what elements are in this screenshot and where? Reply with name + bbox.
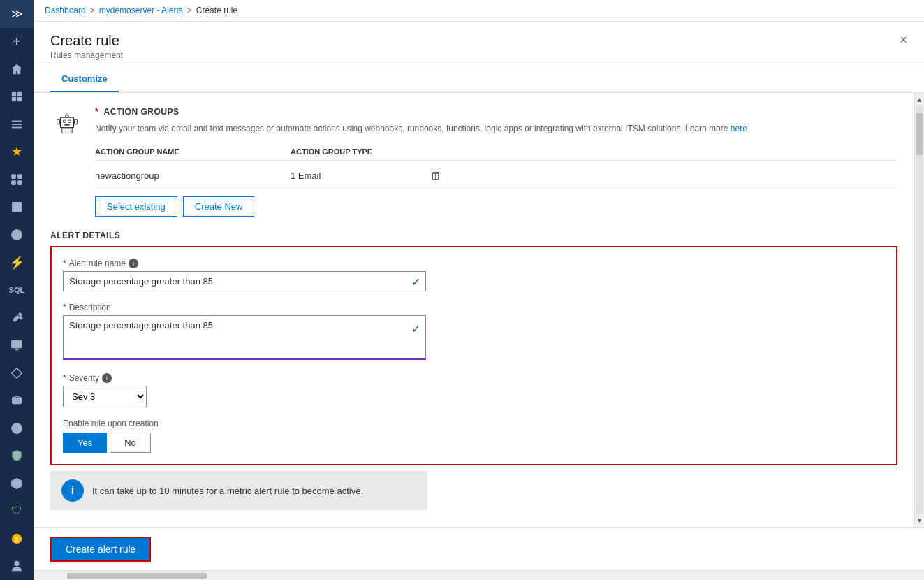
diamond-icon <box>10 367 23 379</box>
svg-marker-19 <box>12 368 22 377</box>
select-existing-button[interactable]: Select existing <box>95 196 177 217</box>
table-header: ACTION GROUP NAME ACTION GROUP TYPE <box>95 143 897 161</box>
req-star-sev: * <box>63 373 66 383</box>
svg-rect-2 <box>12 97 16 101</box>
alert-details-box: * Alert rule name i ✓ <box>50 246 897 465</box>
delete-button[interactable]: 🗑 <box>430 169 458 182</box>
svg-point-28 <box>14 561 19 566</box>
info-icon-severity[interactable]: i <box>102 373 112 383</box>
info-icon-name[interactable]: i <box>129 259 138 268</box>
globe-icon <box>10 229 23 241</box>
sidebar-item-plus[interactable]: + <box>0 28 34 56</box>
panel-title-group: Create rule Rules management <box>50 33 123 60</box>
bottom-scroll-thumb[interactable] <box>67 573 207 579</box>
sidebar-item-person[interactable] <box>0 553 34 580</box>
panel-body: * ACTION GROUPS Notify your team via ema… <box>34 93 914 527</box>
person-icon <box>10 560 23 572</box>
alert-rule-name-group: * Alert rule name i ✓ <box>63 259 885 291</box>
svg-rect-35 <box>57 119 60 124</box>
sidebar-item-grid[interactable] <box>0 83 34 111</box>
close-button[interactable]: × <box>900 33 907 48</box>
required-star: * <box>95 107 98 117</box>
tab-customize[interactable]: Customize <box>50 66 119 92</box>
create-alert-rule-button[interactable]: Create alert rule <box>50 537 151 562</box>
col-type-header: ACTION GROUP TYPE <box>291 147 430 156</box>
layers-icon <box>10 394 23 407</box>
severity-select[interactable]: Sev 0 Sev 1 Sev 2 Sev 3 Sev 4 <box>63 386 147 407</box>
action-group-name: newactiongroup <box>95 171 291 181</box>
sidebar-item-diamond[interactable] <box>0 359 34 387</box>
panel-title: Create rule <box>50 33 123 49</box>
enable-rule-group: Enable rule upon creation Yes No <box>63 419 885 453</box>
sidebar-item-bolt[interactable]: ⚡ <box>0 249 34 277</box>
menu-icon <box>10 118 23 131</box>
sidebar-item-globe[interactable] <box>0 221 34 249</box>
svg-rect-38 <box>68 128 73 133</box>
description-textarea[interactable]: Storage percentage greater than 85 <box>63 315 426 360</box>
breadcrumb-current: Create rule <box>196 6 237 15</box>
sidebar-item-arrows[interactable] <box>0 414 34 442</box>
breadcrumb-alerts[interactable]: mydemoserver - Alerts <box>99 6 183 15</box>
svg-rect-37 <box>62 128 66 133</box>
right-scrollbar[interactable]: ▲ ▼ <box>914 93 924 527</box>
grid-icon <box>10 90 23 103</box>
cube-icon <box>10 477 23 490</box>
tool-icon <box>10 312 23 324</box>
scroll-thumb[interactable] <box>916 113 923 155</box>
info-banner-text: It can take up to 10 minutes for a metri… <box>92 486 363 496</box>
learn-more-link[interactable]: here <box>731 124 747 133</box>
alert-rule-name-label: * Alert rule name i <box>63 259 885 268</box>
action-groups-title: * ACTION GROUPS <box>95 107 897 117</box>
no-button[interactable]: No <box>110 433 151 453</box>
sidebar-item-menu[interactable] <box>0 110 34 138</box>
arrows-icon <box>10 422 23 435</box>
panel-footer: Create alert rule <box>34 527 924 570</box>
table-row: newactiongroup 1 Email 🗑 <box>95 164 897 188</box>
sidebar-item-cube[interactable] <box>0 470 34 498</box>
sidebar-item-tool[interactable] <box>0 304 34 332</box>
description-group: * Description Storage percentage greater… <box>63 303 885 362</box>
expand-icon: ≫ <box>11 7 23 20</box>
action-group-buttons: Select existing Create New <box>95 196 897 217</box>
alert-rule-name-input[interactable] <box>63 271 426 291</box>
sidebar-item-shield[interactable] <box>0 442 34 470</box>
sidebar: ≫ + ★ ⚡ SQL <box>0 0 34 580</box>
panel-header: Create rule Rules management × <box>34 22 924 66</box>
sidebar-item-layers[interactable] <box>0 386 34 414</box>
sidebar-item-badge[interactable]: $ <box>0 525 34 553</box>
svg-rect-29 <box>60 117 73 127</box>
sidebar-item-apps[interactable] <box>0 166 34 194</box>
svg-text:$: $ <box>15 535 18 542</box>
yes-button[interactable]: Yes <box>63 433 107 453</box>
panel: Create rule Rules management × Customize <box>34 22 924 580</box>
svg-rect-0 <box>12 92 16 96</box>
sidebar-item-sql[interactable]: SQL <box>0 276 34 304</box>
req-star-name: * <box>63 259 66 268</box>
svg-rect-36 <box>74 119 77 124</box>
svg-point-34 <box>66 113 68 115</box>
sidebar-item-monitor[interactable] <box>0 331 34 359</box>
svg-rect-11 <box>13 203 22 212</box>
scroll-arrow-down[interactable]: ▼ <box>915 515 924 525</box>
check-icon-desc: ✓ <box>411 322 420 335</box>
req-star-desc: * <box>63 303 66 312</box>
bolt-icon: ⚡ <box>9 255 24 270</box>
create-new-button[interactable]: Create New <box>183 196 255 217</box>
svg-rect-7 <box>12 175 15 178</box>
main-wrapper: Dashboard > mydemoserver - Alerts > Crea… <box>34 0 924 580</box>
monitor-icon <box>10 339 23 351</box>
sidebar-item-star[interactable]: ★ <box>0 138 34 166</box>
breadcrumb-dashboard[interactable]: Dashboard <box>45 6 86 15</box>
scroll-track[interactable] <box>916 106 923 514</box>
box-icon <box>10 201 23 213</box>
description-label: * Description <box>63 303 885 312</box>
bottom-scrollbar[interactable] <box>34 570 924 580</box>
action-groups-content: * ACTION GROUPS Notify your team via ema… <box>95 107 897 217</box>
action-groups-desc: Notify your team via email and text mess… <box>95 122 897 135</box>
sidebar-item-shield2[interactable]: 🛡 <box>0 498 34 525</box>
scroll-arrow-up[interactable]: ▲ <box>915 94 924 105</box>
sidebar-item-box[interactable] <box>0 194 34 222</box>
sidebar-expand[interactable]: ≫ <box>0 0 34 28</box>
sidebar-item-home[interactable] <box>0 55 34 83</box>
robot-icon <box>50 107 84 140</box>
